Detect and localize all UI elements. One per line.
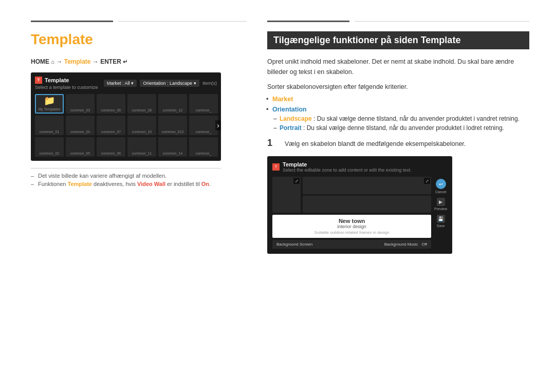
background-music-value: Off [422,242,428,247]
template-thumb-common12[interactable]: common_12 [158,94,187,114]
template-thumb-my[interactable]: 📁 My Templates [35,94,64,114]
portrait-label: Portrait [280,124,302,132]
template-thumb-common04[interactable]: common_04 [66,116,95,135]
canvas-bottom-bar: Background Screen Background Music Off [272,240,431,249]
canvas-text-area[interactable]: New town interior design Suitable outdoo… [272,215,431,238]
preview-icon: ▶ [437,198,445,206]
orientation-dropdown[interactable]: Orientation : Landscape ▾ [140,80,199,87]
step-text: Vælg en skabelon blandt de medfølgende e… [285,138,466,149]
background-screen-item: Background Screen [276,242,312,247]
thumb-label: My Templates [38,107,60,111]
notes-section: Det viste billede kan variere afhængigt … [31,168,221,187]
section-title: Tilgængelige funktioner på siden Templat… [267,31,529,49]
image-edit-icon: ⤢ [293,178,300,184]
template-ui-title: T Template [35,77,98,84]
template-thumb-common11[interactable]: common_11 [127,137,156,157]
breadcrumb-home: HOME ⌂ [31,58,54,65]
canvas-right-images: ⤢ [303,177,431,213]
template-ui-controls: Market : All ▾ Orientation : Landscape ▾… [104,80,217,87]
portrait-text: : Du skal vælge denne tilstand, når du a… [303,124,504,132]
note-videowall-highlight: Video Wall [137,181,165,187]
step-1-section: 1 Vælg en skabelon blandt de medfølgende… [267,138,529,149]
template-ui-subtitle: Select a template to customize [35,85,98,90]
right-line-long [355,21,529,22]
feature-list: Market Orientation Landscape : Du skal v… [267,96,529,132]
bullet-orientation: Orientation Landscape : Du skal vælge de… [272,106,529,132]
canvas-title-text: New town [278,218,426,224]
right-column: Tilgængelige funktioner på siden Templat… [267,21,529,254]
editor-canvas: ⤢ ⤢ New town interior design [272,177,447,249]
template-thumb-common05[interactable]: common_05 [66,137,95,157]
canvas-top: ⤢ ⤢ [272,177,431,213]
template-ui-header: T Template Select a template to customiz… [35,77,217,90]
breadcrumb-arrow2: → [92,58,100,65]
landscape-text: : Du skal vælge denne tilstand, når du a… [313,115,520,122]
right-top-decorative-lines [267,21,529,22]
canvas-sub2-text: Suitable outdoor-related frames in desig… [278,230,426,235]
editor-header: T Template Select the editable zone to a… [272,161,447,173]
save-icon: 💾 [437,215,445,223]
grid-next-arrow[interactable]: › [215,120,221,130]
cancel-icon: ↩ [436,179,446,189]
sort-text: Sorter skabelonoversigten efter følgende… [267,83,529,90]
canvas-subtitle-text: interior design [278,224,426,229]
template-thumb-common013[interactable]: common_013 [158,116,187,135]
breadcrumb-template: Template [64,58,91,65]
landscape-label: Landscape [280,115,312,122]
market-dropdown[interactable]: Market : All ▾ [104,80,137,87]
canvas-right-bottom-image[interactable] [303,196,431,213]
preview-label: Preview [434,207,447,211]
template-editor-mockup: T Template Select the editable zone to a… [267,156,452,254]
breadcrumb: HOME ⌂ → Template → ENTER ↵ [31,58,247,65]
canvas-left-image[interactable]: ⤢ [272,177,301,213]
template-thumb-common10[interactable]: common_10 [127,116,156,135]
background-music-item: Background Music Off [384,242,427,247]
template-thumb-common06b[interactable]: common_06 [97,137,125,157]
line-short [31,21,113,22]
portrait-item: Portrait : Du skal vælge denne tilstand,… [280,124,529,132]
template-thumb-common03[interactable]: common_03 [66,94,95,114]
orientation-label: Orientation [272,106,307,113]
canvas-right-top-image[interactable]: ⤢ [303,177,431,194]
template-thumb-common07[interactable]: common_07 [97,116,125,135]
note-line-2: Funktionen Template deaktiveres, hvis Vi… [31,181,221,187]
bullet-market: Market [272,96,529,103]
folder-icon: 📁 [44,95,55,106]
canvas-main: ⤢ ⤢ New town interior design [272,177,431,249]
template-thumb-common01[interactable]: common_01 [35,116,64,135]
template-thumb-common28[interactable]: common_28 [127,94,156,114]
preview-button-area[interactable]: ▶ Preview [434,198,447,211]
note-on-highlight: On [201,181,209,187]
note-line-1: Det viste billede kan variere afhængigt … [31,173,221,179]
breadcrumb-arrow1: → [56,58,64,65]
top-decorative-lines [31,21,247,22]
cancel-label: Cancel [435,190,447,194]
page-title: Template [31,31,247,48]
save-button-area[interactable]: 💾 Save [437,215,445,228]
editor-icon: T [272,163,280,171]
template-thumb-common06a[interactable]: common_06 [97,94,125,114]
template-thumb-common-r3[interactable]: common_ [189,137,218,157]
template-thumb-common02[interactable]: common_02 [35,137,64,157]
left-column: Template HOME ⌂ → Template → ENTER ↵ T T… [31,21,247,254]
image-edit-icon-2: ⤢ [424,178,430,184]
line-long [118,21,247,22]
save-label: Save [437,224,445,228]
step-number: 1 [267,138,278,148]
breadcrumb-enter: ENTER ↵ [100,58,127,65]
right-line-short [267,21,349,22]
landscape-item: Landscape : Du skal vælge denne tilstand… [280,115,529,122]
editor-title: Template [283,161,412,167]
note-template-highlight: Template [67,181,91,187]
template-thumb-common-r2[interactable]: common_ [189,116,218,135]
description-text: Opret unikt indhold med skabeloner. Det … [267,57,529,77]
editor-subtitle: Select the editable zone to add content … [283,167,412,173]
market-label: Market [272,96,293,103]
background-music-label: Background Music [384,242,418,247]
orientation-sub-list: Landscape : Du skal vælge denne tilstand… [272,115,529,132]
items-count-label: Item(s) [202,81,217,86]
template-thumb-common-r1[interactable]: common_ [189,94,218,114]
template-icon: T [35,77,42,84]
cancel-button-area[interactable]: ↩ Cancel [435,179,447,194]
template-thumb-common14[interactable]: common_14 [158,137,187,157]
